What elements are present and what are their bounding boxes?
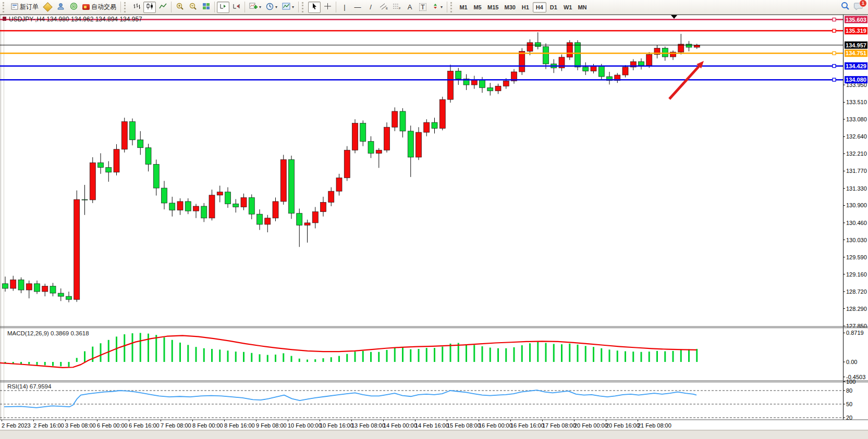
- time-tick-label: 8 Feb 16:00: [224, 422, 255, 429]
- auto-scroll-icon: [219, 3, 227, 11]
- time-tick-label: 14 Feb 16:00: [415, 422, 449, 429]
- hline-handle[interactable]: [833, 18, 836, 21]
- candlestick-chart-button[interactable]: [143, 2, 156, 13]
- candle: [3, 284, 8, 289]
- signal-button[interactable]: [67, 2, 80, 13]
- cursor-tool-button[interactable]: [308, 2, 321, 13]
- timeframe-button-MN[interactable]: MN: [575, 2, 589, 12]
- candle: [185, 202, 191, 211]
- profile-button[interactable]: [54, 2, 67, 13]
- toolbar-grip[interactable]: [450, 2, 455, 12]
- svg-text:F: F: [399, 7, 401, 10]
- signal-icon: [70, 3, 78, 11]
- zoom-in-button[interactable]: [174, 2, 186, 13]
- timeframe-button-M1[interactable]: M1: [457, 2, 470, 12]
- candle: [225, 192, 231, 204]
- candle: [66, 296, 72, 299]
- text-tool-button[interactable]: A: [404, 2, 416, 13]
- search-icon[interactable]: [841, 2, 850, 12]
- new-order-label: 新订单: [20, 3, 39, 11]
- timeframe-button-H4[interactable]: H4: [533, 2, 546, 12]
- trendline-tool-button[interactable]: /: [364, 2, 377, 13]
- candle: [193, 206, 199, 211]
- auto-scroll-button[interactable]: [217, 2, 229, 13]
- axis-tick-label: 130.030: [846, 237, 867, 243]
- horizontal-line-tool-button[interactable]: —: [351, 2, 364, 13]
- macd-tick-label: 0.8719: [846, 330, 864, 336]
- add-indicator-button[interactable]: ▾: [247, 2, 263, 13]
- candle: [304, 223, 310, 225]
- price-label-text: 134.957: [846, 42, 866, 48]
- hline-handle[interactable]: [833, 52, 836, 55]
- candle: [328, 191, 334, 202]
- candle: [209, 195, 215, 218]
- vertical-line-tool-button[interactable]: |: [338, 2, 351, 13]
- crosshair-tool-button[interactable]: [321, 2, 334, 13]
- time-tick-label: 17 Feb 08:00: [542, 422, 576, 429]
- time-tick-label: 14 Feb 00:00: [383, 422, 417, 429]
- timeframe-button-H1[interactable]: H1: [519, 2, 532, 12]
- arrows-tool-button[interactable]: ▾: [430, 2, 445, 13]
- candle: [145, 148, 151, 165]
- zoom-out-button[interactable]: [187, 2, 199, 13]
- bar-chart-icon: [133, 3, 141, 11]
- periods-button[interactable]: ▾: [264, 2, 279, 13]
- time-tick-label: 16 Feb 00:00: [479, 422, 512, 429]
- candle: [543, 46, 549, 64]
- time-tick-label: 20 Feb 16:00: [606, 422, 640, 429]
- chart-shift-button[interactable]: [230, 2, 242, 13]
- toolbar-grip[interactable]: [302, 2, 306, 12]
- bar-chart-button[interactable]: [130, 2, 143, 13]
- candle: [392, 111, 398, 127]
- autotrading-icon: [82, 4, 90, 10]
- autotrading-button[interactable]: 自动交易: [80, 2, 118, 13]
- candle: [74, 199, 80, 299]
- toolbar-grip[interactable]: [3, 2, 7, 12]
- timeframe-button-M5[interactable]: M5: [471, 2, 484, 12]
- candle: [42, 286, 48, 292]
- candle: [34, 284, 40, 292]
- line-chart-button[interactable]: [156, 2, 169, 13]
- templates-button[interactable]: ▾: [280, 2, 296, 13]
- hline-handle[interactable]: [833, 78, 836, 81]
- macd-tick-label: 0.00: [846, 359, 857, 365]
- new-order-button[interactable]: 新订单: [9, 2, 41, 13]
- candle: [352, 123, 358, 150]
- candle: [376, 150, 382, 153]
- toolbar-right-icons: 1: [841, 2, 866, 12]
- chart-window: 133.950133.510133.080132.640132.210131.7…: [0, 15, 868, 439]
- candle: [471, 80, 477, 85]
- candle: [487, 87, 493, 91]
- candle: [424, 122, 430, 132]
- toolbar-grip[interactable]: [124, 2, 128, 12]
- candle: [321, 202, 326, 211]
- notifications-icon[interactable]: 1: [854, 2, 863, 12]
- candle: [217, 192, 223, 195]
- axis-tick-label: 130.900: [846, 202, 867, 208]
- autotrading-label: 自动交易: [91, 3, 116, 11]
- zoom-out-icon: [189, 3, 197, 12]
- hline-handle[interactable]: [833, 29, 836, 32]
- timeframe-button-W1[interactable]: W1: [561, 2, 575, 12]
- label-tool-button[interactable]: T: [417, 2, 429, 13]
- candle: [622, 67, 628, 75]
- horizontal-line-icon: —: [354, 4, 361, 10]
- hline-handle[interactable]: [833, 65, 836, 68]
- timeframe-button-D1[interactable]: D1: [547, 2, 560, 12]
- candle: [432, 122, 437, 128]
- zoom-in-icon: [176, 3, 184, 12]
- crosshair-icon: [324, 3, 332, 11]
- chart-canvas[interactable]: 133.950133.510133.080132.640132.210131.7…: [0, 15, 868, 439]
- timeframe-button-M30[interactable]: M30: [502, 2, 518, 12]
- fibonacci-tool-button[interactable]: F: [390, 2, 403, 13]
- macd-label: MACD(12,26,9) 0.3869 0.3618: [7, 330, 89, 336]
- rsi-tick-label: 80: [846, 387, 852, 394]
- channel-tool-button[interactable]: E: [377, 2, 390, 13]
- candle: [26, 284, 32, 290]
- toolbar: 新订单 自动交易: [0, 0, 868, 15]
- candle: [686, 44, 692, 47]
- history-center-button[interactable]: [41, 2, 54, 13]
- timeframe-button-M15[interactable]: M15: [485, 2, 501, 12]
- candle: [297, 214, 302, 225]
- tile-windows-button[interactable]: [200, 2, 212, 13]
